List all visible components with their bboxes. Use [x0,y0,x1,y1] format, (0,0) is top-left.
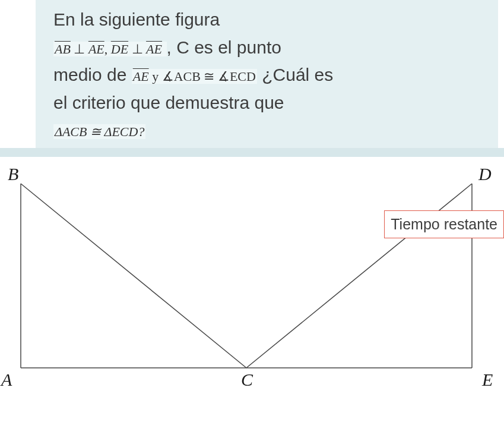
section-divider [0,148,504,157]
question-line-3-lead: medio de [53,65,132,84]
condition-question: ΔACB ≅ ΔECD? [53,124,145,139]
condition-perpendicular: AB ⊥ AE, DE ⊥ AE [53,42,167,56]
question-line-2-tail: , C es el punto [167,37,281,57]
geometry-figure: B D A C E Tiempo restante [0,157,504,401]
question-line-3: medio de AE y ∡ACB ≅ ∡ECD ¿Cuál es [53,61,480,89]
point-label-E: E [482,370,493,390]
question-line-4: el criterio que demuestra que [53,89,480,117]
point-label-B: B [8,164,18,184]
figure-svg [0,157,504,401]
time-remaining-label: Tiempo restante [391,216,497,232]
point-label-A: A [1,370,12,390]
segment-BC [21,184,246,368]
question-line-3-tail: ¿Cuál es [257,65,333,84]
point-label-D: D [478,164,492,184]
question-line-2: AB ⊥ AE, DE ⊥ AE , C es el punto [53,34,480,62]
condition-midpoint-angle: AE y ∡ACB ≅ ∡ECD [132,69,257,84]
point-label-C: C [241,370,253,390]
question-line-5: ΔACB ≅ ΔECD? [53,116,480,144]
question-block: En la siguiente figura AB ⊥ AE, DE ⊥ AE … [36,0,498,148]
question-line-1: En la siguiente figura [53,6,480,34]
time-remaining-box[interactable]: Tiempo restante [384,210,504,238]
